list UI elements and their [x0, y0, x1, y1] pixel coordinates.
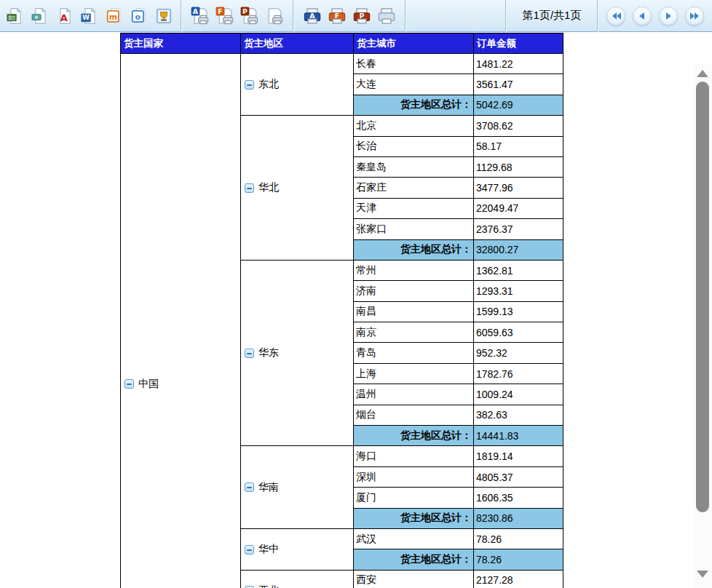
- pdf-print-button[interactable]: P: [349, 2, 374, 30]
- preview-applet-print-icon: A: [191, 7, 210, 25]
- city-cell: 天津: [354, 198, 474, 218]
- pdf-print-icon: P: [352, 7, 371, 25]
- preview-local-print-icon: [265, 7, 284, 25]
- subtotal-value-cell: 8230.86: [474, 508, 563, 528]
- region-group-label: 华中: [258, 543, 279, 555]
- svg-text:A: A: [60, 12, 68, 23]
- export-snapshot-button[interactable]: [151, 2, 176, 30]
- report-viewer: A W m: [0, 0, 712, 588]
- preview-applet-print-button[interactable]: A: [188, 2, 213, 30]
- export-pdf-button[interactable]: A: [52, 2, 77, 30]
- last-page-button[interactable]: [685, 7, 704, 25]
- city-cell: 青岛: [354, 343, 474, 363]
- export-mht-button[interactable]: m: [102, 2, 127, 30]
- collapse-icon[interactable]: [245, 80, 254, 90]
- page-nav-group: [598, 7, 712, 25]
- amount-cell: 1599.13: [474, 301, 563, 322]
- toolbar: A W m: [0, 0, 712, 32]
- city-cell: 上海: [354, 363, 474, 384]
- region-group-cell: 华东: [241, 260, 354, 446]
- subtotal-label-cell: 货主地区总计：: [354, 508, 474, 528]
- export-odf-button[interactable]: o: [127, 2, 151, 30]
- collapse-icon[interactable]: [245, 482, 254, 492]
- export-pdf-icon: A: [56, 7, 74, 25]
- table-row: 中国东北长春1481.22: [121, 54, 563, 74]
- applet-print-icon: A: [303, 7, 322, 25]
- region-group-cell: 华北: [241, 116, 354, 261]
- region-group-cell: 华中: [241, 528, 354, 570]
- export-excel-button[interactable]: [3, 2, 28, 30]
- svg-text:F: F: [335, 12, 339, 20]
- first-page-icon: [611, 11, 622, 21]
- preview-flash-print-icon: F: [215, 7, 234, 25]
- city-cell: 西安: [354, 570, 474, 588]
- prev-page-button[interactable]: [633, 7, 652, 25]
- applet-print-button[interactable]: A: [300, 2, 325, 30]
- scroll-up-icon[interactable]: [697, 70, 708, 77]
- city-cell: 厦门: [354, 488, 474, 508]
- column-header-3: 订单金额: [474, 33, 563, 54]
- city-cell: 北京: [354, 116, 474, 136]
- amount-cell: 6059.63: [474, 322, 563, 343]
- report-page: 货主国家货主地区货主城市订单金额 中国东北长春1481.22大连3561.47货…: [0, 32, 712, 588]
- vertical-scrollbar: [693, 64, 712, 588]
- collapse-icon[interactable]: [245, 545, 254, 555]
- amount-cell: 3477.96: [474, 178, 563, 198]
- city-cell: 长治: [354, 136, 474, 156]
- svg-text:A: A: [193, 7, 199, 15]
- export-word-button[interactable]: W: [77, 2, 102, 30]
- preview-flash-print-button[interactable]: F: [213, 2, 237, 30]
- region-group-label: 华东: [258, 346, 279, 358]
- svg-text:P: P: [360, 12, 365, 20]
- amount-cell: 382.63: [474, 405, 563, 425]
- export-image-button[interactable]: [28, 2, 52, 30]
- preview-local-print-button[interactable]: [262, 2, 287, 30]
- city-cell: 南昌: [354, 301, 474, 322]
- export-mht-icon: m: [106, 7, 123, 25]
- export-button-group: A W m: [0, 2, 181, 30]
- collapse-icon[interactable]: [124, 379, 134, 389]
- page-indicator: 第1页/共1页: [507, 9, 597, 23]
- region-group-cell: 西北: [241, 570, 354, 588]
- amount-cell: 2376.37: [474, 219, 563, 239]
- collapse-icon[interactable]: [245, 183, 254, 193]
- preview-pdf-print-icon: P: [240, 7, 259, 25]
- local-print-button[interactable]: [374, 2, 399, 30]
- first-page-button[interactable]: [606, 7, 625, 25]
- column-header-2: 货主城市: [354, 33, 474, 54]
- amount-cell: 1819.14: [474, 446, 563, 466]
- subtotal-value-cell: 32800.27: [474, 239, 563, 260]
- amount-cell: 1606.35: [474, 488, 563, 508]
- flash-print-button[interactable]: F: [325, 2, 349, 30]
- amount-cell: 3561.47: [474, 74, 563, 95]
- next-page-button[interactable]: [659, 7, 678, 25]
- scroll-down-icon[interactable]: [697, 571, 708, 578]
- region-group-label: 华南: [258, 481, 279, 493]
- amount-cell: 1009.24: [474, 384, 563, 405]
- subtotal-label-cell: 货主地区总计：: [354, 549, 474, 570]
- subtotal-value-cell: 14441.83: [474, 426, 563, 446]
- country-group-label: 中国: [138, 378, 159, 389]
- last-page-icon: [689, 11, 700, 21]
- subtotal-label-cell: 货主地区总计：: [354, 95, 474, 115]
- amount-cell: 4805.37: [474, 466, 563, 487]
- amount-cell: 22049.47: [474, 198, 563, 218]
- city-cell: 深圳: [354, 466, 474, 487]
- subtotal-label-cell: 货主地区总计：: [354, 239, 474, 260]
- amount-cell: 1481.22: [474, 54, 563, 74]
- preview-pdf-print-button[interactable]: P: [237, 2, 262, 30]
- city-cell: 秦皇岛: [354, 156, 474, 177]
- export-snapshot-icon: [155, 7, 173, 25]
- amount-cell: 1362.81: [474, 260, 563, 280]
- svg-text:W: W: [82, 14, 90, 21]
- city-cell: 石家庄: [354, 178, 474, 198]
- svg-text:o: o: [135, 12, 141, 21]
- city-cell: 张家口: [354, 219, 474, 239]
- city-cell: 济南: [354, 281, 474, 301]
- local-print-icon: [377, 7, 396, 25]
- city-cell: 温州: [354, 384, 474, 405]
- svg-text:P: P: [242, 7, 248, 15]
- scrollbar-thumb[interactable]: [696, 82, 709, 512]
- amount-cell: 1293.31: [474, 281, 563, 301]
- collapse-icon[interactable]: [245, 349, 254, 358]
